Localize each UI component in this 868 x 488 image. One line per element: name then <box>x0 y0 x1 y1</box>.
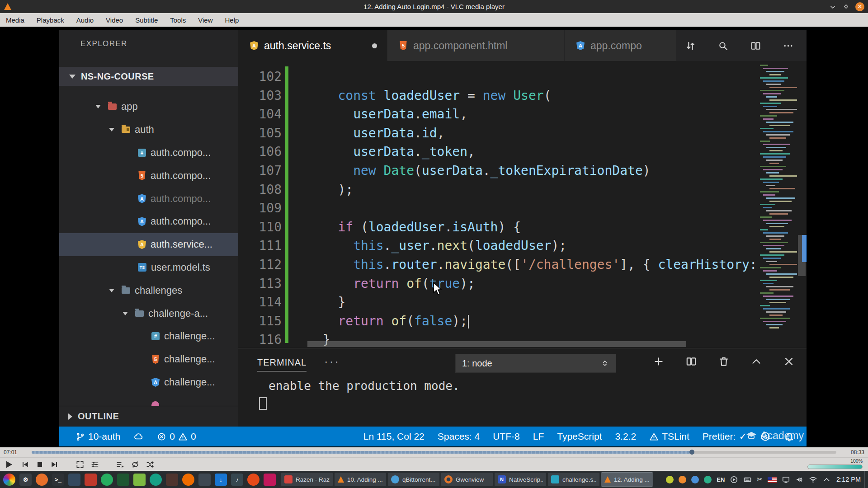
taskbar-app-icon-4[interactable]: >_ <box>52 474 64 486</box>
split-editor-icon[interactable] <box>750 40 761 52</box>
extended-settings-icon[interactable] <box>90 460 99 469</box>
code-line-106[interactable]: userData._token, <box>307 142 807 161</box>
network-tray-icon[interactable] <box>809 475 817 484</box>
tree-item-auth-compo[interactable]: Aauth.compo... <box>59 187 238 210</box>
tree-item-auth-service[interactable]: Aauth.service... <box>59 233 238 256</box>
menu-playback[interactable]: Playback <box>37 16 64 24</box>
tab-app-component-html[interactable]: 5app.component.html <box>387 30 565 61</box>
tree-item-challenge[interactable]: #challenge... <box>59 325 238 348</box>
indentation-setting[interactable]: Spaces: 4 <box>438 431 480 442</box>
code-line-103[interactable]: const loadedUser = new User( <box>307 86 807 105</box>
tree-item-auth-compo[interactable]: 5auth.compo... <box>59 164 238 187</box>
playlist-icon[interactable] <box>116 460 125 469</box>
taskbar-app-icon-14[interactable]: ↓ <box>215 474 227 486</box>
tray-icon-1[interactable] <box>666 476 674 483</box>
tree-item-user-model-ts[interactable]: TSuser.model.ts <box>59 256 238 279</box>
typescript-version[interactable]: 3.2.2 <box>615 431 636 442</box>
outline-section[interactable]: OUTLINE <box>59 406 238 427</box>
taskbar-window-10-adding[interactable]: 10. Adding ... <box>335 473 386 486</box>
system-clock[interactable]: 2:12 PM <box>836 476 861 483</box>
code-line-110[interactable]: if (loadedUser.isAuth) { <box>307 218 807 237</box>
taskbar-app-icon-6[interactable] <box>85 474 97 486</box>
terminal-shell-select[interactable]: 1: node <box>455 354 616 373</box>
random-icon[interactable] <box>146 460 155 469</box>
taskbar-app-icon-11[interactable] <box>166 474 178 486</box>
maximize-panel-icon[interactable] <box>750 356 762 367</box>
tree-item-challenge[interactable]: 5challenge... <box>59 348 238 371</box>
loop-icon[interactable] <box>131 460 140 469</box>
stop-icon[interactable] <box>35 460 44 469</box>
taskbar-app-icon-8[interactable] <box>117 474 129 486</box>
seek-bar[interactable] <box>32 451 836 454</box>
git-branch-indicator[interactable]: 10-auth <box>75 431 120 442</box>
tray-icon-3[interactable] <box>691 476 699 483</box>
tree-item-auth[interactable]: auth <box>59 118 238 141</box>
code-editor[interactable]: 1021031041051061071081091101111121131141… <box>238 61 807 348</box>
code-line-115[interactable]: return of(false); <box>307 312 807 331</box>
terminal-output[interactable]: enable the production mode. <box>238 379 807 427</box>
taskbar-app-icon-17[interactable] <box>264 474 276 486</box>
cursor-position[interactable]: Ln 115, Col 22 <box>363 431 425 442</box>
keyboard-tray-icon[interactable] <box>743 475 752 484</box>
display-tray-icon[interactable] <box>782 475 790 484</box>
taskbar-app-icon-13[interactable] <box>198 474 211 486</box>
horizontal-scrollbar[interactable] <box>238 341 797 347</box>
terminal-more-icon[interactable]: ··· <box>324 355 340 369</box>
terminal-tab[interactable]: TERMINAL <box>257 357 307 371</box>
volume-tray-icon[interactable] <box>795 475 804 484</box>
encoding-setting[interactable]: UTF-8 <box>493 431 520 442</box>
code-line-114[interactable]: } <box>307 293 807 312</box>
media-tray-icon[interactable] <box>730 475 738 484</box>
compare-changes-icon[interactable] <box>685 40 696 52</box>
taskbar-window-12-adding[interactable]: 12. Adding ... <box>601 473 653 486</box>
publish-changes-button[interactable] <box>134 432 143 441</box>
taskbar-app-icon-15[interactable]: ♪ <box>231 474 243 486</box>
fullscreen-icon[interactable] <box>75 460 85 469</box>
code-line-104[interactable]: userData.email, <box>307 105 807 124</box>
seek-handle[interactable] <box>689 450 694 455</box>
new-terminal-icon[interactable] <box>653 356 665 367</box>
vertical-scrollbar[interactable] <box>797 61 807 348</box>
code-line-107[interactable]: new Date(userData._tokenExpirationDate) <box>307 161 807 180</box>
taskbar-window-nativescrip[interactable]: NNativeScrip... <box>495 473 546 486</box>
maximize-button[interactable] <box>843 3 849 10</box>
tree-item-auth-compo[interactable]: #auth.compo... <box>59 141 238 164</box>
minimap[interactable] <box>758 61 797 348</box>
minimize-button[interactable] <box>829 3 837 11</box>
taskbar-app-icon-12[interactable] <box>182 474 194 486</box>
code-line-108[interactable]: ); <box>307 180 807 199</box>
taskbar-app-icon-2[interactable]: ⚙ <box>19 474 32 486</box>
close-button[interactable]: ✕ <box>855 2 864 11</box>
menu-subtitle[interactable]: Subtitle <box>135 16 158 24</box>
prettier-status[interactable]: Prettier: ✓ <box>703 431 747 442</box>
taskbar-window-razen-raz[interactable]: Razen - Raz... <box>281 473 333 486</box>
tree-item-auth-compo[interactable]: Aauth.compo... <box>59 210 238 233</box>
code-line-113[interactable]: return of(true); <box>307 274 807 293</box>
open-preview-icon[interactable] <box>717 40 729 52</box>
tree-item-challenges[interactable]: challenges <box>59 279 238 302</box>
close-panel-icon[interactable] <box>783 356 795 367</box>
more-actions-icon[interactable] <box>783 40 794 52</box>
code-line-112[interactable]: this.router.navigate(['/challenges'], { … <box>307 255 807 274</box>
keyboard-layout-indicator[interactable]: EN <box>717 476 725 483</box>
menu-media[interactable]: Media <box>6 16 24 24</box>
problems-indicator[interactable]: 0 0 <box>157 431 196 442</box>
menu-tools[interactable]: Tools <box>170 16 186 24</box>
clipboard-tray-icon[interactable]: ✂ <box>757 475 763 483</box>
tray-icon-2[interactable] <box>679 476 686 483</box>
split-terminal-icon[interactable] <box>685 356 697 367</box>
taskbar-app-icon-9[interactable] <box>133 474 146 486</box>
show-desktop-button[interactable] <box>864 471 868 488</box>
code-line-111[interactable]: this._user.next(loadedUser); <box>307 236 807 255</box>
tray-icon-4[interactable] <box>704 476 712 483</box>
tree-item-challenge[interactable]: Achallenge... <box>59 371 238 394</box>
taskbar-window-gwenview[interactable]: Gwenview <box>441 473 493 486</box>
menu-video[interactable]: Video <box>106 16 123 24</box>
next-icon[interactable] <box>50 460 59 469</box>
code-line-102[interactable] <box>307 67 807 86</box>
tab-app-compo[interactable]: Aapp.compo <box>565 30 677 61</box>
horizontal-scrollbar-thumb[interactable] <box>307 341 686 347</box>
tab-auth-service-ts[interactable]: Aauth.service.ts <box>238 30 387 61</box>
taskbar-window-challenge-s[interactable]: challenge.s... <box>548 473 599 486</box>
volume-slider[interactable] <box>807 465 863 469</box>
